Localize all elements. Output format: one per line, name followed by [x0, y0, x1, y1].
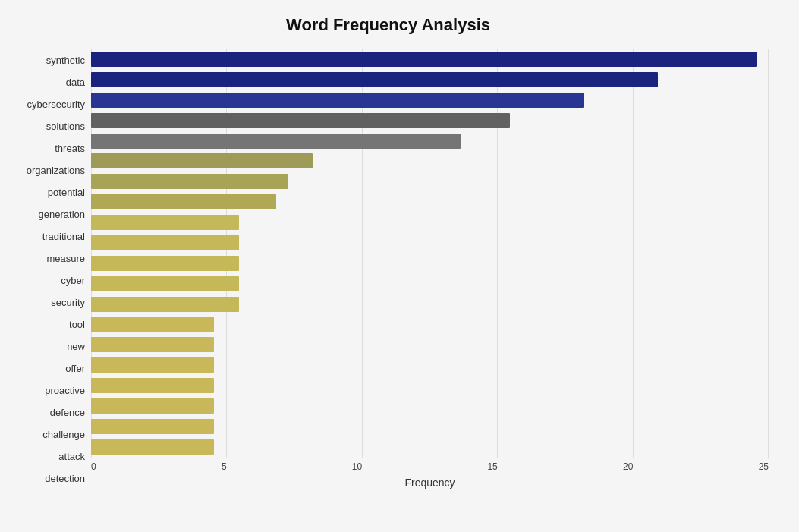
- chart-area: syntheticdatacybersecuritysolutionsthrea…: [8, 49, 769, 489]
- x-tick: 0: [91, 461, 96, 472]
- x-tick: 25: [759, 461, 769, 472]
- bar: [91, 378, 214, 393]
- bar-row: [91, 397, 769, 415]
- bar-row: [91, 376, 769, 395]
- y-label: attack: [8, 447, 91, 467]
- bar: [91, 153, 313, 168]
- y-label: generation: [8, 204, 91, 224]
- bar: [91, 93, 584, 108]
- bars-and-xaxis: 0510152025 Frequency: [91, 49, 769, 489]
- y-label: detection: [8, 469, 91, 489]
- bar: [91, 317, 214, 332]
- y-label: security: [8, 293, 91, 313]
- bar: [91, 52, 757, 67]
- bar-row: [91, 438, 769, 456]
- x-axis-label: Frequency: [91, 477, 769, 489]
- x-tick: 20: [623, 461, 633, 472]
- x-tick: 5: [222, 461, 227, 472]
- bars-wrapper: [91, 49, 769, 458]
- bar-row: [91, 172, 769, 190]
- bar-row: [91, 132, 769, 150]
- y-label: solutions: [8, 116, 91, 136]
- bar-row: [91, 356, 769, 374]
- y-label: defence: [8, 403, 91, 423]
- bar: [91, 72, 658, 87]
- bar: [91, 439, 214, 455]
- chart-container: Word Frequency Analysis syntheticdatacyb…: [0, 0, 799, 532]
- bar-row: [91, 50, 769, 68]
- bar-row: [91, 112, 769, 130]
- y-label: offer: [8, 359, 91, 379]
- bar: [91, 256, 239, 271]
- y-label: new: [8, 337, 91, 357]
- bar-row: [91, 335, 769, 354]
- bar-row: [91, 234, 769, 252]
- bar-row: [91, 295, 769, 313]
- bar-row: [91, 91, 769, 109]
- bar: [91, 276, 239, 291]
- y-label: cyber: [8, 270, 91, 290]
- bar-row: [91, 275, 769, 293]
- bar: [91, 113, 510, 128]
- bar: [91, 337, 214, 352]
- bar-row: [91, 152, 769, 170]
- y-label: synthetic: [8, 50, 91, 70]
- y-label: threats: [8, 138, 91, 158]
- bar: [91, 357, 214, 373]
- y-label: challenge: [8, 425, 91, 445]
- bar: [91, 398, 214, 414]
- y-label: data: [8, 72, 91, 92]
- y-axis: syntheticdatacybersecuritysolutionsthrea…: [8, 49, 91, 489]
- bar-row: [91, 213, 769, 231]
- x-tick: 15: [487, 461, 497, 472]
- bar-row: [91, 193, 769, 211]
- chart-title: Word Frequency Analysis: [8, 15, 769, 35]
- bars-section: [91, 49, 769, 458]
- y-label: measure: [8, 248, 91, 268]
- y-label: proactive: [8, 381, 91, 401]
- bar: [91, 419, 214, 434]
- bar-row: [91, 254, 769, 272]
- bar: [91, 235, 239, 250]
- bar-row: [91, 417, 769, 436]
- x-axis: 0510152025: [91, 458, 769, 472]
- y-label: organizations: [8, 160, 91, 180]
- bar: [91, 215, 239, 230]
- y-label: potential: [8, 182, 91, 202]
- bar: [91, 297, 239, 312]
- bar-row: [91, 71, 769, 89]
- bar: [91, 134, 461, 149]
- bar: [91, 194, 276, 209]
- y-label: traditional: [8, 226, 91, 246]
- bar-row: [91, 316, 769, 334]
- y-label: tool: [8, 315, 91, 335]
- bar: [91, 174, 288, 189]
- y-label: cybersecurity: [8, 94, 91, 114]
- x-tick: 10: [352, 461, 362, 472]
